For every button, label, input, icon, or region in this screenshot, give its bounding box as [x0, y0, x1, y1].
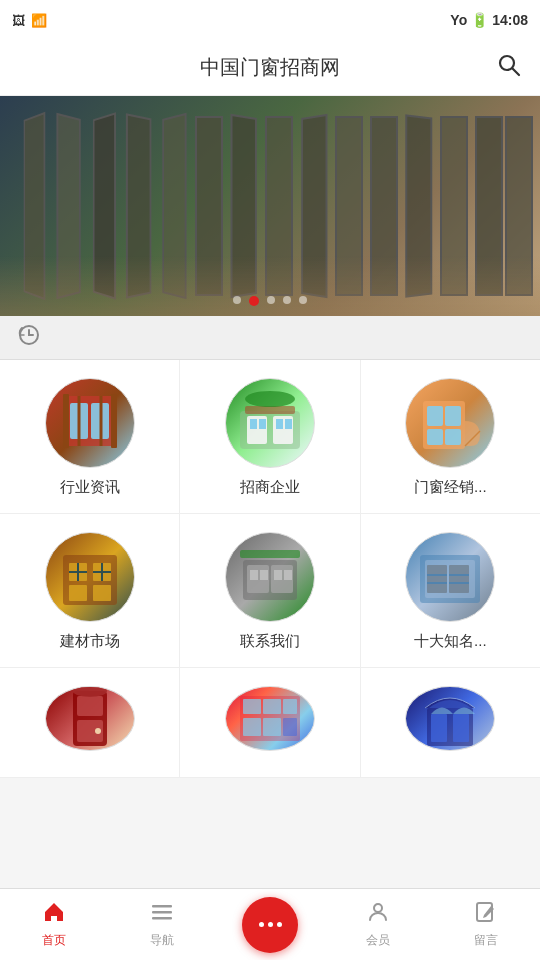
grid-cell-item8[interactable]: [180, 668, 360, 777]
grid-cell-building-market[interactable]: 建材市场: [0, 514, 180, 667]
status-bar-left: 🖼 📶: [12, 13, 47, 28]
top-brands-label: 十大知名...: [414, 632, 487, 651]
svg-point-18: [245, 391, 295, 407]
grid-cell-industry-news[interactable]: 行业资讯: [0, 360, 180, 513]
grid-cell-window-dealer[interactable]: 门窗经销...: [361, 360, 540, 513]
building-market-icon: [45, 532, 135, 622]
svg-rect-57: [263, 699, 281, 714]
contact-us-label: 联系我们: [240, 632, 300, 651]
svg-rect-23: [445, 429, 461, 445]
banner-slider[interactable]: [0, 96, 540, 316]
category-grid: 行业资讯 招商企业: [0, 360, 540, 778]
edit-icon: [474, 900, 498, 930]
svg-rect-44: [427, 565, 447, 593]
svg-rect-20: [427, 406, 443, 426]
dot-4[interactable]: [283, 296, 291, 304]
nav-label-navigation: 导航: [150, 932, 174, 949]
header: 中国门窗招商网: [0, 40, 540, 96]
svg-rect-41: [240, 550, 300, 558]
svg-rect-39: [274, 570, 282, 580]
svg-line-1: [513, 68, 520, 75]
fab-dot-2: [268, 922, 273, 927]
svg-rect-60: [263, 718, 281, 736]
grid-row-3: [0, 668, 540, 778]
nav-item-message[interactable]: 留言: [432, 889, 540, 960]
grid-cell-top-brands[interactable]: 十大知名...: [361, 514, 540, 667]
banner-overlay: [0, 256, 540, 316]
nav-label-home: 首页: [42, 932, 66, 949]
nav-item-home[interactable]: 首页: [0, 889, 108, 960]
contact-us-icon: [225, 532, 315, 622]
svg-rect-38: [260, 570, 268, 580]
dot-5[interactable]: [299, 296, 307, 304]
svg-rect-59: [243, 718, 261, 736]
nav-item-member[interactable]: 会员: [324, 889, 432, 960]
svg-rect-66: [152, 911, 172, 914]
building-market-label: 建材市场: [60, 632, 120, 651]
grid-row-2: 建材市场 联系我们: [0, 514, 540, 668]
svg-rect-16: [285, 419, 292, 429]
svg-rect-37: [250, 570, 258, 580]
svg-rect-56: [243, 699, 261, 714]
invest-enterprise-label: 招商企业: [240, 478, 300, 497]
grid-cell-invest-enterprise[interactable]: 招商企业: [180, 360, 360, 513]
dot-1[interactable]: [233, 296, 241, 304]
home-icon: [42, 900, 66, 930]
fab-dot-3: [277, 922, 282, 927]
nav-label-message: 留言: [474, 932, 498, 949]
grid-cell-contact-us[interactable]: 联系我们: [180, 514, 360, 667]
history-bar[interactable]: [0, 316, 540, 360]
fab-dot-1: [259, 922, 264, 927]
signal-icon: 📶: [31, 13, 47, 28]
svg-rect-61: [283, 718, 297, 736]
grid-cell-item9[interactable]: [361, 668, 540, 777]
history-icon: [16, 322, 42, 354]
svg-rect-40: [284, 570, 292, 580]
svg-rect-13: [250, 419, 257, 429]
svg-rect-29: [93, 585, 111, 601]
svg-rect-63: [431, 714, 447, 742]
nav-item-navigation[interactable]: 导航: [108, 889, 216, 960]
menu-icon: [150, 900, 174, 930]
svg-point-53: [95, 728, 101, 734]
search-button[interactable]: [496, 52, 522, 84]
svg-rect-67: [152, 917, 172, 920]
svg-rect-9: [111, 394, 117, 448]
svg-rect-15: [276, 419, 283, 429]
top-brands-icon: [405, 532, 495, 622]
member-icon: [366, 900, 390, 930]
item8-icon: [225, 686, 315, 751]
invest-enterprise-icon: [225, 378, 315, 468]
carrier-text: Yo: [450, 12, 467, 28]
svg-point-68: [374, 904, 382, 912]
bottom-navigation: 首页 导航 会员: [0, 888, 540, 960]
item9-icon: [405, 686, 495, 751]
svg-rect-45: [449, 565, 469, 593]
banner-dots: [0, 296, 540, 306]
item7-icon: [45, 686, 135, 751]
svg-rect-8: [63, 394, 69, 448]
fab-button[interactable]: [242, 897, 298, 953]
svg-rect-21: [445, 406, 461, 426]
svg-rect-17: [245, 406, 295, 414]
dot-2[interactable]: [249, 296, 259, 306]
svg-rect-65: [152, 905, 172, 908]
status-bar: 🖼 📶 Yo 🔋 14:08: [0, 0, 540, 40]
window-dealer-label: 门窗经销...: [414, 478, 487, 497]
grid-row-1: 行业资讯 招商企业: [0, 360, 540, 514]
industry-news-label: 行业资讯: [60, 478, 120, 497]
svg-rect-64: [453, 714, 469, 742]
fab-dots: [259, 922, 282, 927]
svg-rect-58: [283, 699, 297, 714]
status-bar-right: Yo 🔋 14:08: [450, 12, 528, 28]
gallery-icon: 🖼: [12, 13, 25, 28]
page-title: 中国门窗招商网: [200, 54, 340, 81]
grid-cell-item7[interactable]: [0, 668, 180, 777]
window-dealer-icon: [405, 378, 495, 468]
nav-item-fab[interactable]: [216, 889, 324, 960]
dot-3[interactable]: [267, 296, 275, 304]
svg-rect-28: [69, 585, 87, 601]
svg-rect-51: [77, 696, 103, 716]
battery-icon: 🔋: [471, 12, 488, 28]
industry-news-icon: [45, 378, 135, 468]
